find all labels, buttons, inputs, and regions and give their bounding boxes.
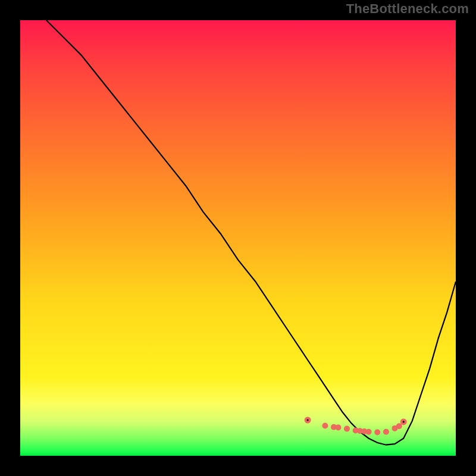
optimal-dot: [374, 430, 380, 436]
attribution-text: TheBottleneck.com: [346, 1, 469, 17]
optimal-dot: [366, 429, 372, 435]
optimal-dot: [322, 423, 328, 429]
curve-layer: [20, 20, 456, 456]
optimal-dot: [383, 429, 389, 435]
endpoint-dot: [307, 419, 309, 421]
optimal-dot: [344, 426, 350, 432]
optimal-dot: [335, 424, 341, 430]
endpoint-dot: [403, 421, 405, 422]
plot-area: [20, 20, 456, 456]
chart-frame: TheBottleneck.com: [0, 0, 476, 476]
bottleneck-curve: [46, 20, 456, 445]
optimal-zone-dots: [305, 417, 407, 436]
